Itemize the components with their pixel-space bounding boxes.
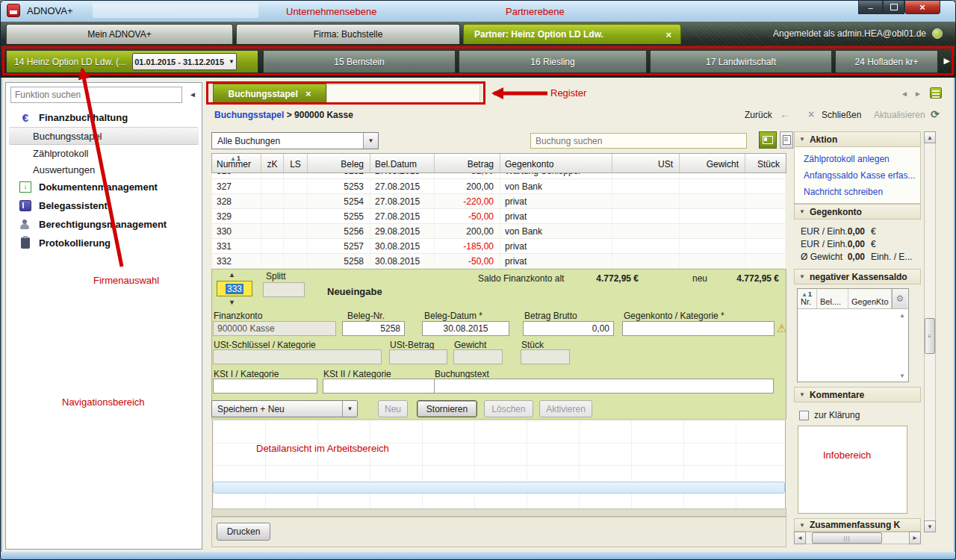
refresh-icon[interactable]: ⟳ [931,108,940,120]
minimize-button[interactable]: – [858,1,883,14]
mini-column-gegenkto[interactable]: GegenKto [848,289,892,308]
list-view-toggle-button[interactable] [780,131,793,149]
function-search-input[interactable] [10,87,182,103]
sidebar-item-belegassistent[interactable]: Belegassistent [9,196,199,215]
beleg-datum-field[interactable]: 30.08.2015 [422,321,509,336]
scroll-down-icon[interactable]: ▼ [899,373,905,379]
column-header-betrag[interactable]: Betrag [435,154,500,172]
link-anfangssaldo-kasse[interactable]: Anfangssaldo Kasse erfas... [804,170,915,181]
section-header-gegenkonto[interactable]: ▼ Gegenkonto [794,204,921,220]
register-next-icon[interactable]: ► [914,90,922,98]
beleg-nr-field[interactable]: 5258 [342,321,405,336]
sidebar-item-finanzbuchhaltung[interactable]: € Finanzbuchhaltung [9,108,199,127]
sidebar-item-protokollierung[interactable]: Protokollierung [9,234,199,252]
table-row[interactable]: 329 5255 27.08.2015 -50,00 privat [212,209,786,224]
sidebar-item-buchungsstapel[interactable]: Buchungsstapel [9,127,199,145]
company-tab-14[interactable]: 14 Heinz Option LD Ldw. (... 01.01.2015 … [6,50,258,73]
column-header-ust[interactable]: USt [612,154,680,172]
zur-klaerung-checkbox[interactable] [799,411,809,420]
activate-button[interactable]: Aktivieren [539,400,592,417]
sidebar-item-zaehlprotokoll[interactable]: Zählprotokoll [9,145,199,161]
table-row[interactable]: 327 5253 27.08.2015 200,00 von Bank [212,179,786,194]
partner-tab-close-icon[interactable]: × [665,29,671,40]
table-row-partial[interactable]: 326 5252 27.08.2015 -52,00 Wartung Schle… [212,173,786,179]
comment-box[interactable] [798,426,907,514]
fiscal-period-dropdown[interactable]: 01.01.2015 - 31.12.2015 ▼ [132,53,237,70]
sidebar-collapse-icon[interactable]: ◄ [189,90,196,99]
sidebar-item-dokumentenmanagement[interactable]: ↓ Dokumentenmanagement [9,178,199,196]
sidebar-item-auswertungen[interactable]: Auswertungen [9,161,199,178]
ust-betrag-field[interactable] [389,349,447,364]
table-row[interactable]: 330 5256 29.08.2015 200,00 von Bank [212,224,786,239]
tab-partner[interactable]: Partner: Heinz Option LD Ldw. × [463,24,681,44]
maximize-button[interactable] [883,1,904,14]
save-new-dropdown-button[interactable]: Speichern + Neu ▼ [211,400,358,417]
mini-column-bel[interactable]: Bel.... [817,289,848,308]
kst2-field[interactable] [323,379,441,393]
sidebar-item-berechtigungsmanagement[interactable]: Berechtigungsmanagement [9,215,199,234]
company-tab-15[interactable]: 15 Bernstein [263,50,456,73]
selected-detail-row[interactable] [213,482,785,494]
register-list-icon[interactable] [930,87,942,99]
next-booking-number-field[interactable]: 333 [217,281,252,296]
column-header-gegenkonto[interactable]: Gegenkonto [500,154,612,172]
company-tab-17[interactable]: 17 Landwirtschaft [650,50,832,73]
scroll-right-icon[interactable]: ► [909,532,921,544]
column-header-gewicht[interactable]: Gewicht [680,154,745,172]
close-view-button[interactable]: Schließen [822,110,861,120]
tab-firma-buchstelle[interactable]: Firma: Buchstelle [236,24,460,44]
booking-filter-dropdown[interactable]: Alle Buchungen ▼ [211,132,379,149]
table-row[interactable]: 331 5257 30.08.2015 -185,00 privat [212,239,786,254]
close-x-icon[interactable]: × [808,108,814,120]
booking-search-input[interactable] [530,133,747,149]
register-tab-close-icon[interactable]: × [305,88,311,99]
stueck-field[interactable] [521,349,570,364]
betrag-brutto-field[interactable]: 0,00 [523,321,614,336]
horizontal-scroll-thumb[interactable]: ||| [812,532,882,544]
gewicht-field[interactable] [453,349,503,364]
section-header-kommentare[interactable]: ▼ Kommentare [794,387,921,402]
register-tab-buchungsstapel[interactable]: Buchungsstapel × [213,84,326,104]
table-row[interactable]: 328 5254 27.08.2015 -220,00 privat [212,194,786,209]
tab-mein-adnova[interactable]: Mein ADNOVA+ [6,24,233,44]
section-header-negativer-kassensaldo[interactable]: ▼ negativer Kassensaldo [794,269,921,284]
more-tabs-arrow-icon[interactable]: ▶ [944,56,950,66]
booking-table-header[interactable]: Nummer zK LS Beleg Bel.Datum Betrag Gege… [211,153,786,173]
register-prev-icon[interactable]: ◄ [901,90,908,98]
table-row[interactable]: 332 5258 30.08.2015 -50,00 privat [212,254,786,269]
column-header-zk[interactable]: zK [261,154,284,172]
company-tab-24[interactable]: 24 Hofladen kr+ [835,50,938,73]
detail-view-toggle-button[interactable] [759,131,777,149]
breadcrumb-parent-link[interactable]: Buchungsstapel [214,110,284,120]
scroll-up-icon[interactable]: ▲ [924,131,936,143]
cancel-booking-button[interactable]: Stornieren [417,400,477,417]
gegenkonto-field[interactable] [622,321,775,336]
ust-schluessel-field[interactable] [213,349,382,364]
close-button[interactable]: × [904,1,940,14]
vertical-scroll-thumb[interactable]: ≡ [925,318,935,354]
refresh-button[interactable]: Aktualisieren [874,110,925,120]
section-header-aktion[interactable]: ▼ Aktion [794,131,921,147]
section-header-zusammenfassung[interactable]: ▼ Zusammenfassung K [794,518,921,532]
back-arrow-icon[interactable]: ← [780,108,790,120]
number-spin-up-icon[interactable]: ▲ [229,271,235,279]
kst1-field[interactable] [213,379,317,393]
scroll-left-icon[interactable]: ◄ [794,532,806,544]
gear-icon[interactable]: ⚙ [892,289,907,308]
number-spin-down-icon[interactable]: ▼ [229,299,235,306]
splitt-field[interactable] [263,282,305,297]
column-header-ls[interactable]: LS [284,154,308,172]
delete-button[interactable]: Löschen [484,400,533,417]
company-tab-16[interactable]: 16 Riesling [459,50,647,73]
print-button[interactable]: Drucken [217,523,270,541]
finanzkonto-field[interactable]: 900000 Kasse [213,321,336,336]
buchungstext-field[interactable] [434,379,774,393]
scroll-up-icon[interactable]: ▲ [899,312,905,319]
column-header-beldatum[interactable]: Bel.Datum [370,154,435,172]
column-header-stueck[interactable]: Stück [745,154,786,172]
link-zaehlprotokoll-anlegen[interactable]: Zählprotokoll anlegen [804,154,890,164]
back-button[interactable]: Zurück [745,110,772,120]
scroll-down-icon[interactable]: ▼ [924,520,936,532]
link-nachricht-schreiben[interactable]: Nachricht schreiben [804,187,883,197]
column-header-beleg[interactable]: Beleg [308,154,370,172]
